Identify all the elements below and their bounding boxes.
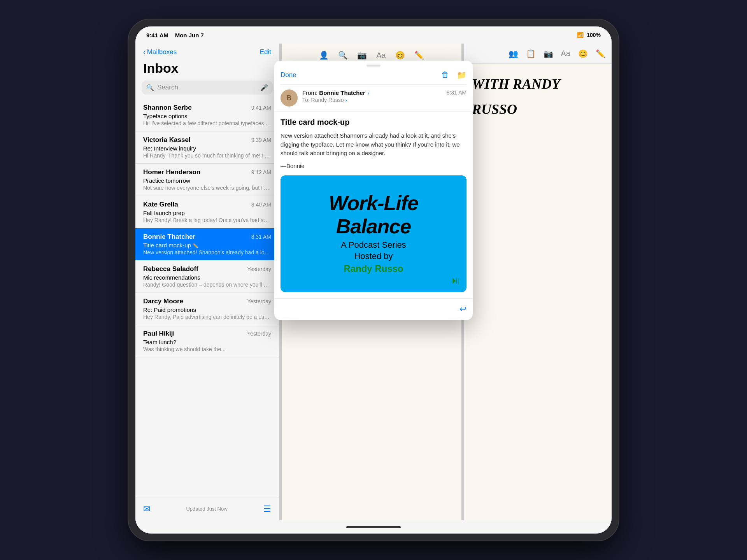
ipad-frame: 9:41 AM Mon Jun 7 📶 100% ‹ Mailboxes Edi… xyxy=(128,19,619,541)
right-tool-5[interactable]: 😊 xyxy=(578,49,588,58)
email-to: To: Randy Russo › xyxy=(302,97,442,103)
podcast-hosted-by: Hosted by xyxy=(354,251,393,262)
mail-preview: New version attached! Shannon's already … xyxy=(143,249,271,256)
mail-item[interactable]: Shannon Serbe 9:41 AM Typeface options H… xyxy=(135,99,279,131)
microphone-icon[interactable]: 🎤 xyxy=(260,84,268,91)
notes-tool-2[interactable]: 🔍 xyxy=(338,51,348,60)
mail-subject: Re: Interview inquiry xyxy=(143,145,271,152)
date-display: Mon Jun 7 xyxy=(175,32,204,38)
mail-list: Shannon Serbe 9:41 AM Typeface options H… xyxy=(135,99,279,497)
mail-preview: Hi Randy, Thank you so much for thinking… xyxy=(143,152,271,159)
sender-name: Bonnie Thatcher xyxy=(143,233,195,241)
mail-item[interactable]: Homer Henderson 9:12 AM Practice tomorro… xyxy=(135,164,279,196)
podcast-title-line2: Balance xyxy=(336,216,411,236)
mail-time: 9:41 AM xyxy=(251,105,271,111)
email-signature: —Bonnie xyxy=(281,163,466,169)
ipad-screen: 9:41 AM Mon Jun 7 📶 100% ‹ Mailboxes Edi… xyxy=(135,26,612,534)
right-tool-1[interactable]: 👥 xyxy=(509,49,518,58)
filter-icon[interactable]: ☰ xyxy=(263,504,271,514)
mail-sidebar: ‹ Mailboxes Edit Inbox 🔍 Search 🎤 Shanno… xyxy=(135,44,279,520)
home-indicator xyxy=(135,520,612,534)
main-content: ‹ Mailboxes Edit Inbox 🔍 Search 🎤 Shanno… xyxy=(135,44,612,520)
mail-nav: ‹ Mailboxes Edit xyxy=(135,44,279,59)
right-panel: 👥 📋 📷 Aa 😊 ✏️ WITH RANDY RUSSO xyxy=(464,44,612,520)
email-body: Title card mock-up New version attached!… xyxy=(274,112,473,298)
podcast-play-button[interactable]: ⏯ xyxy=(451,275,460,286)
sender-name: Homer Henderson xyxy=(143,168,200,176)
podcast-title-line1: Work-Life xyxy=(329,193,418,213)
notes-tool-1[interactable]: 👤 xyxy=(319,51,329,60)
mail-subject: Practice tomorrow xyxy=(143,177,271,184)
right-notes-text: WITH RANDY RUSSO xyxy=(472,72,604,122)
email-body-text: New version attached! Shannon's already … xyxy=(281,131,466,158)
mail-subject: Fall launch prep xyxy=(143,210,271,216)
trash-button[interactable]: 🗑 xyxy=(441,70,449,80)
mail-preview: Hey Randy, Paid advertising can definite… xyxy=(143,314,271,320)
notes-tool-6[interactable]: ✏️ xyxy=(414,51,424,60)
sender-name: Rebecca Saladoff xyxy=(143,265,198,273)
podcast-host-name: Randy Russo xyxy=(344,263,403,274)
mail-item[interactable]: Darcy Moore Yesterday Re: Paid promotion… xyxy=(135,293,279,325)
right-tool-4[interactable]: Aa xyxy=(561,49,570,58)
inbox-title: Inbox xyxy=(135,59,279,80)
right-tool-3[interactable]: 📷 xyxy=(544,49,553,58)
right-panel-content: WITH RANDY RUSSO xyxy=(464,64,612,520)
mail-item[interactable]: Victoria Kassel 9:39 AM Re: Interview in… xyxy=(135,131,279,164)
folder-button[interactable]: 📁 xyxy=(457,70,466,80)
mail-item[interactable]: Paul Hikiji Yesterday Team lunch? Was th… xyxy=(135,325,279,357)
modal-toolbar: Done 🗑 📁 xyxy=(274,69,473,84)
notes-tool-3[interactable]: 📷 xyxy=(357,51,367,60)
to-label: To: xyxy=(302,97,310,103)
battery-display: 100% xyxy=(587,32,601,38)
mail-footer: ✉ Updated Just Now ☰ xyxy=(135,497,279,520)
mail-preview: Was thinking we should take the... xyxy=(143,346,271,352)
from-arrow-icon: › xyxy=(368,91,369,96)
to-arrow-icon: › xyxy=(345,98,347,103)
sender-avatar: B xyxy=(281,89,298,107)
notes-tool-4[interactable]: Aa xyxy=(376,51,386,60)
mail-subject: Title card mock-up ✏️ xyxy=(143,242,271,248)
mail-time: 9:39 AM xyxy=(251,137,271,143)
mailboxes-back-button[interactable]: ‹ Mailboxes xyxy=(143,48,177,56)
sender-name: Darcy Moore xyxy=(143,298,183,305)
email-modal: Done 🗑 📁 B From: Bonnie Thatcher › xyxy=(274,61,473,320)
mail-time: Yesterday xyxy=(247,266,271,272)
mail-subject: Re: Paid promotions xyxy=(143,306,271,313)
sender-name: Shannon Serbe xyxy=(143,104,192,112)
mail-item[interactable]: Kate Grella 8:40 AM Fall launch prep Hey… xyxy=(135,196,279,228)
mail-item-selected[interactable]: Bonnie Thatcher 8:31 AM Title card mock-… xyxy=(135,228,279,261)
reply-button[interactable]: ↩ xyxy=(459,304,466,314)
mail-time: Yesterday xyxy=(247,298,271,304)
podcast-attachment[interactable]: Work-Life Balance A Podcast Series Hoste… xyxy=(281,175,466,292)
compose-icon[interactable]: ✉ xyxy=(143,504,150,514)
email-header: B From: Bonnie Thatcher › To: Randy Russ… xyxy=(274,85,473,112)
status-bar: 9:41 AM Mon Jun 7 📶 100% xyxy=(135,26,612,44)
to-name: Randy Russo xyxy=(311,97,344,103)
search-icon: 🔍 xyxy=(146,84,154,91)
mail-preview: Hey Randy! Break a leg today! Once you'v… xyxy=(143,217,271,223)
mail-preview: Randy! Good question – depends on where … xyxy=(143,282,271,288)
mail-item[interactable]: Rebecca Saladoff Yesterday Mic recommend… xyxy=(135,261,279,293)
mail-subject: Team lunch? xyxy=(143,339,271,345)
email-meta: From: Bonnie Thatcher › To: Randy Russo … xyxy=(302,89,442,103)
search-input[interactable]: Search xyxy=(157,84,257,91)
mail-time: 9:12 AM xyxy=(251,169,271,175)
notes-tool-5[interactable]: 😊 xyxy=(395,51,405,60)
chevron-left-icon: ‹ xyxy=(143,48,146,56)
sender-name: Kate Grella xyxy=(143,201,178,208)
email-time: 8:31 AM xyxy=(447,89,466,96)
email-subject: Title card mock-up xyxy=(281,118,466,127)
from-label: From: xyxy=(302,89,317,96)
right-tool-2[interactable]: 📋 xyxy=(526,49,536,58)
wifi-icon: 📶 xyxy=(577,32,584,38)
search-bar[interactable]: 🔍 Search 🎤 xyxy=(142,80,273,94)
mailboxes-label: Mailboxes xyxy=(147,48,177,56)
sender-name: Victoria Kassel xyxy=(143,136,191,144)
update-status: Updated Just Now xyxy=(186,506,227,512)
home-bar xyxy=(346,526,401,528)
right-toolbar: 👥 📋 📷 Aa 😊 ✏️ xyxy=(464,44,612,64)
edit-button[interactable]: Edit xyxy=(260,48,271,56)
right-tool-6[interactable]: ✏️ xyxy=(596,49,605,58)
done-button[interactable]: Done xyxy=(281,71,296,79)
mail-subject: Mic recommendations xyxy=(143,274,271,281)
